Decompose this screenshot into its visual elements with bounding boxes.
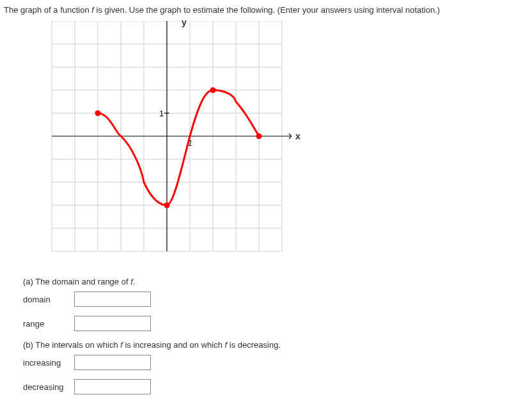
range-input[interactable] (74, 316, 151, 331)
decreasing-input[interactable] (74, 379, 151, 394)
row-decreasing: decreasing (23, 379, 503, 394)
y-axis-label: y (182, 17, 187, 27)
part-a-after: . (133, 277, 136, 286)
prompt-before: The graph of a function (4, 5, 91, 15)
graph-svg: 1 1 (42, 21, 292, 258)
prompt-after: is given. Use the graph to estimate the … (94, 5, 440, 15)
part-a-before: (a) The domain and range of (23, 277, 130, 286)
row-range: range (23, 316, 503, 331)
row-increasing: increasing (23, 355, 503, 370)
domain-input[interactable] (74, 292, 151, 307)
label-increasing: increasing (23, 358, 74, 368)
local-min (164, 203, 170, 208)
x-axis-label: x (295, 131, 300, 141)
part-b-after: is decreasing. (227, 340, 281, 350)
curve-f (98, 90, 259, 205)
left-endpoint (95, 111, 101, 116)
local-max (210, 88, 216, 93)
graph: y x 1 1 (42, 21, 298, 264)
part-a-label: (a) The domain and range of f. (23, 277, 503, 286)
label-domain: domain (23, 295, 74, 304)
y-tick-1: 1 (159, 109, 164, 118)
part-b-label: (b) The intervals on which f is increasi… (23, 340, 503, 350)
part-b-mid: is increasing and on which (123, 340, 225, 350)
question-prompt: The graph of a function f is given. Use … (4, 5, 503, 15)
part-b-before: (b) The intervals on which (23, 340, 120, 350)
label-decreasing: decreasing (23, 382, 74, 392)
row-domain: domain (23, 292, 503, 307)
axes (52, 21, 292, 251)
increasing-input[interactable] (74, 355, 151, 370)
right-endpoint (256, 134, 262, 139)
label-range: range (23, 319, 74, 329)
